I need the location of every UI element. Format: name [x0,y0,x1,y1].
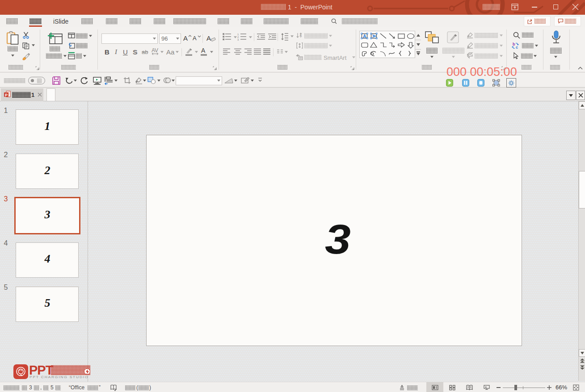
svg-text:b: b [513,42,515,46]
svg-text:A: A [371,34,377,38]
svg-text:A: A [363,33,366,39]
svg-text:c: c [516,45,518,50]
svg-text:P: P [5,93,8,97]
svg-text:A: A [299,33,302,38]
svg-text:3: 3 [237,38,239,41]
